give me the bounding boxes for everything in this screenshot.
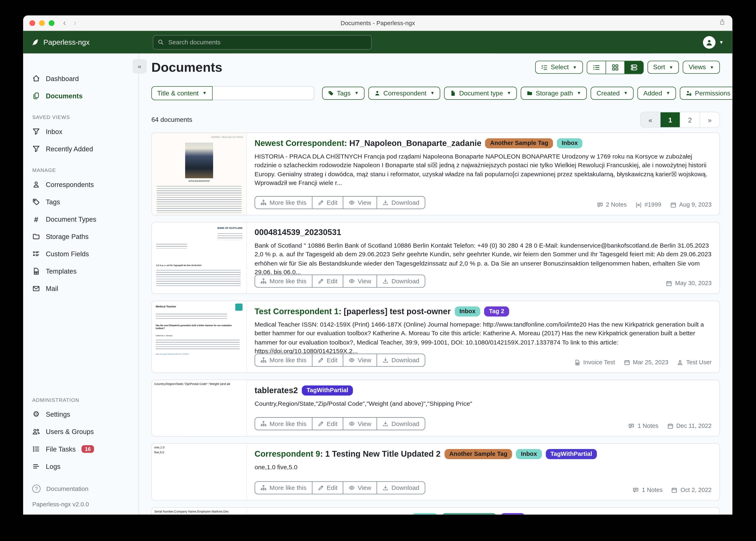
- download-button[interactable]: Download: [377, 482, 425, 494]
- select-dropdown-button[interactable]: Select▼: [535, 61, 583, 74]
- sidebar-collapse-button[interactable]: «: [133, 59, 147, 73]
- document-thumbnail[interactable]: Country,Region/State,"Zip/Postal Code","…: [152, 380, 247, 436]
- edit-button[interactable]: Edit: [312, 354, 343, 366]
- sidebar-item-users-groups[interactable]: Users & Groups: [23, 423, 138, 440]
- document-title[interactable]: Correspondent 9: 1 Testing New Title Upd…: [255, 449, 441, 459]
- view-button[interactable]: View: [343, 275, 376, 287]
- download-button[interactable]: Download: [377, 418, 425, 430]
- document-correspondent[interactable]: Newest Correspondent: [255, 139, 344, 148]
- view-button[interactable]: View: [343, 482, 376, 494]
- pagination-prev[interactable]: «: [641, 112, 660, 127]
- card-actions: More like this Edit View Download: [255, 274, 425, 287]
- view-button[interactable]: View: [343, 354, 376, 366]
- sidebar-item-documentation[interactable]: ? Documentation: [23, 480, 138, 497]
- more-like-this-button[interactable]: More like this: [255, 418, 312, 430]
- tag-chip[interactable]: TagWithPartial: [302, 385, 353, 395]
- added-filter-button[interactable]: Added▼: [638, 86, 676, 99]
- tag-chip[interactable]: Another Sample Tag: [485, 138, 553, 149]
- search-input[interactable]: [167, 38, 367, 46]
- sidebar-item-logs[interactable]: Logs: [23, 458, 138, 475]
- user-menu[interactable]: ▼: [703, 36, 724, 48]
- document-thumbnail[interactable]: BANK OF SCOTLAND 2,0 % p. a. auf Ihr Tag…: [152, 223, 247, 293]
- edit-button[interactable]: Edit: [312, 275, 343, 287]
- detail-view-toggle[interactable]: [624, 61, 643, 74]
- pencil-icon: [318, 421, 324, 427]
- notes-meta[interactable]: 1 Notes: [628, 422, 658, 429]
- global-search[interactable]: [153, 35, 372, 49]
- tag-chip[interactable]: test another tag: [442, 513, 496, 515]
- storage-path-filter-button[interactable]: Storage path▼: [521, 86, 587, 99]
- sidebar-item-inbox[interactable]: Inbox: [23, 123, 138, 140]
- document-card: Serial Number,Company Name,Employee Mark…: [151, 507, 720, 515]
- tag-chip[interactable]: Another Sample Tag: [444, 449, 512, 459]
- tags-filter-button[interactable]: Tags▼: [322, 86, 365, 99]
- document-title[interactable]: Newest Correspondent: Sample100.csv: [255, 513, 408, 515]
- sidebar-item-custom-fields[interactable]: Custom Fields: [23, 245, 138, 263]
- tag-chip[interactable]: Tag 2: [484, 306, 509, 316]
- download-button[interactable]: Download: [377, 354, 425, 366]
- tag-chip[interactable]: Inbox: [516, 449, 542, 459]
- document-correspondent[interactable]: Newest Correspondent: [255, 513, 344, 515]
- grid-view-toggle[interactable]: [605, 61, 624, 74]
- sidebar-item-settings[interactable]: ⚙ Settings: [23, 406, 138, 423]
- document-title[interactable]: tablerates2: [255, 386, 298, 395]
- title-content-filter-input[interactable]: [213, 86, 314, 100]
- tag-chip[interactable]: Inbox: [455, 306, 480, 316]
- pagination-page-2[interactable]: 2: [680, 112, 700, 127]
- sidebar-item-templates[interactable]: Templates: [23, 263, 138, 280]
- sidebar-item-correspondents[interactable]: Correspondents: [23, 176, 138, 193]
- caret-down-icon: ▼: [666, 91, 670, 95]
- sidebar-item-dashboard[interactable]: Dashboard: [23, 70, 138, 87]
- view-button[interactable]: View: [343, 418, 376, 430]
- edit-button[interactable]: Edit: [312, 482, 343, 494]
- title-content-dropdown-button[interactable]: Title & content▼: [151, 86, 213, 100]
- manage-section-label: MANAGE: [23, 158, 138, 176]
- pagination-page-1[interactable]: 1: [660, 112, 680, 127]
- list-view-toggle[interactable]: [587, 61, 605, 74]
- more-like-this-button[interactable]: More like this: [255, 275, 312, 287]
- tag-chip[interactable]: Inbox: [412, 513, 438, 515]
- document-correspondent[interactable]: Correspondent 9: [255, 449, 320, 458]
- sort-dropdown-button[interactable]: Sort▼: [647, 61, 679, 74]
- sidebar-item-storage-paths[interactable]: Storage Paths: [23, 228, 138, 245]
- more-like-this-button[interactable]: More like this: [255, 354, 312, 366]
- created-filter-button[interactable]: Created▼: [591, 86, 634, 99]
- tag-chip[interactable]: Tag 2: [500, 513, 525, 515]
- note-icon: [628, 423, 635, 429]
- document-type-meta[interactable]: Invoice Test: [574, 359, 615, 366]
- document-thumbnail[interactable]: Serial Number,Company Name,Employee Mark…: [152, 508, 247, 515]
- correspondent-filter-button[interactable]: Correspondent▼: [369, 86, 441, 99]
- thumbnail-text: Katherine A. Moreau: [156, 335, 172, 337]
- document-correspondent[interactable]: Test Correspondent 1: [255, 306, 339, 316]
- view-button[interactable]: View: [343, 197, 376, 209]
- document-thumbnail[interactable]: one,1.0five,5.0: [152, 444, 247, 500]
- sidebar-item-documents[interactable]: Documents: [23, 87, 138, 105]
- document-thumbnail[interactable]: HISTORIA - PRACA DLA CH TNYCH NAPOLEON B…: [152, 133, 247, 215]
- document-thumbnail[interactable]: Medical Teacher Has the new Kirkpatrick …: [152, 301, 247, 372]
- permissions-filter-button[interactable]: Permissions▼: [680, 86, 732, 99]
- views-dropdown-button[interactable]: Views▼: [683, 61, 720, 74]
- tag-chip[interactable]: Inbox: [557, 138, 583, 149]
- document-type-filter-button[interactable]: Document type▼: [444, 86, 517, 99]
- sidebar-item-tags[interactable]: Tags: [23, 193, 138, 211]
- more-like-this-button[interactable]: More like this: [255, 482, 312, 494]
- download-button[interactable]: Download: [377, 275, 425, 287]
- pagination-next[interactable]: »: [700, 112, 719, 127]
- tag-chip[interactable]: TagWithPartial: [546, 449, 597, 459]
- sidebar-item-file-tasks[interactable]: File Tasks 16: [23, 440, 138, 458]
- sidebar-item-mail[interactable]: Mail: [23, 280, 138, 297]
- notes-meta[interactable]: 1 Notes: [633, 487, 663, 493]
- user-avatar[interactable]: [703, 36, 716, 48]
- document-title[interactable]: Test Correspondent 1: [paperless] test p…: [255, 306, 451, 316]
- sidebar-item-recently-added[interactable]: Recently Added: [23, 140, 138, 158]
- more-like-this-button[interactable]: More like this: [255, 197, 312, 209]
- sidebar-item-document-types[interactable]: # Document Types: [23, 211, 138, 228]
- share-icon[interactable]: [719, 19, 726, 26]
- notes-meta[interactable]: 2 Notes: [597, 202, 627, 208]
- document-title[interactable]: 0004814539_20230531: [255, 228, 341, 238]
- app-brand[interactable]: Paperless-ngx: [31, 38, 138, 46]
- document-title[interactable]: Newest Correspondent: H7_Napoleon_Bonapa…: [255, 139, 481, 148]
- edit-button[interactable]: Edit: [312, 418, 343, 430]
- download-button[interactable]: Download: [377, 197, 425, 209]
- edit-button[interactable]: Edit: [312, 197, 343, 209]
